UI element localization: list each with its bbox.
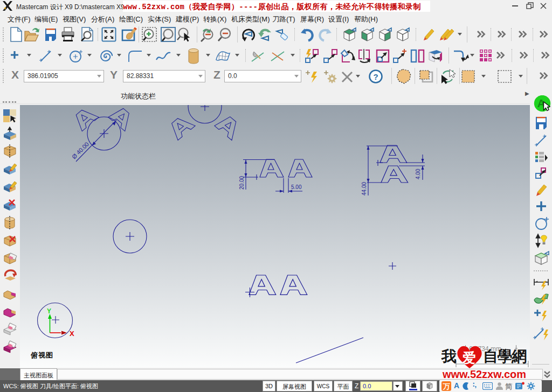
svg-text:20.00: 20.00 xyxy=(239,176,245,190)
svg-text:www.52zxw.com: www.52zxw.com xyxy=(442,368,526,380)
svg-text:自學網: 自學網 xyxy=(483,348,527,365)
svg-text:4.00: 4.00 xyxy=(415,169,421,179)
svg-text:Y: Y xyxy=(47,307,51,315)
svg-text:万: 万 xyxy=(443,382,451,390)
svg-text:5.00: 5.00 xyxy=(291,184,302,190)
svg-text:我: 我 xyxy=(441,348,457,365)
svg-text:俯视图: 俯视图 xyxy=(30,351,53,359)
svg-text:X: X xyxy=(70,330,74,338)
svg-text:爱: 爱 xyxy=(462,350,476,365)
svg-text:?: ? xyxy=(373,72,378,81)
svg-text:44.00: 44.00 xyxy=(361,182,367,195)
